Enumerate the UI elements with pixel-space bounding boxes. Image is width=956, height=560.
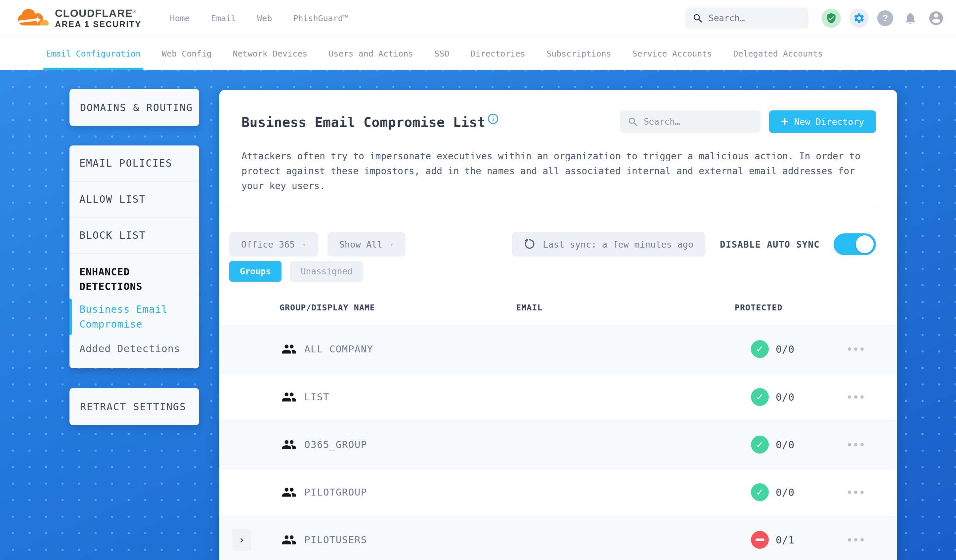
subnav-item-directories[interactable]: Directories <box>470 37 525 70</box>
row-menu-button[interactable] <box>848 443 864 446</box>
table-body: › ALL COMPANY ✓ 0/0 › LIST ✓ 0/0 › O365_… <box>219 325 897 560</box>
directory-search[interactable] <box>620 110 761 133</box>
group-people-icon <box>281 485 297 500</box>
table-row[interactable]: › PILOTUSERS 0/1 <box>219 516 897 560</box>
column-header-group-name: GROUP/DISPLAY NAME <box>280 303 375 312</box>
directory-search-input[interactable] <box>644 117 753 127</box>
subnav-item-sso[interactable]: SSO <box>434 37 449 70</box>
top-nav: Home Email Web PhishGuard™ <box>170 14 348 23</box>
subnav-item-delegated-accounts[interactable]: Delegated Accounts <box>733 37 823 70</box>
top-icons: ? <box>822 9 945 28</box>
view-tabs: Groups Unassigned <box>229 261 876 282</box>
table-row[interactable]: › LIST ✓ 0/0 <box>219 373 897 420</box>
sidebar-label: RETRACT SETTINGS <box>80 401 186 413</box>
search-icon <box>628 117 638 127</box>
content-background: DOMAINS & ROUTING EMAIL POLICIES ALLOW L… <box>0 70 956 560</box>
sidebar-item-enhanced-detections[interactable]: ENHANCED DETECTIONS <box>69 254 179 296</box>
subnav-item-subscriptions[interactable]: Subscriptions <box>546 37 611 70</box>
settings-gear-icon[interactable] <box>849 9 869 28</box>
global-search-input[interactable] <box>709 13 801 23</box>
protected-count: 0/1 <box>776 534 794 546</box>
bec-list-panel: Business Email Compromise Listi + New Di… <box>219 90 897 560</box>
registered-mark: ® <box>133 9 136 14</box>
sidebar-item-retract-settings[interactable]: RETRACT SETTINGS <box>69 388 199 425</box>
group-people-icon <box>281 389 297 405</box>
toggle-knob <box>856 235 874 253</box>
protected-check-icon: ✓ <box>751 436 769 453</box>
protected-count: 0/0 <box>776 391 794 403</box>
config-subnav: Email Configuration Web Config Network D… <box>0 37 956 70</box>
sidebar-item-email-policies[interactable]: EMAIL POLICIES <box>69 146 199 182</box>
table-header: GROUP/DISPLAY NAME EMAIL PROTECTED <box>219 293 897 325</box>
cloudflare-logo[interactable]: CLOUDFLARE® AREA 1 SECURITY <box>17 8 142 29</box>
group-name: PILOTUSERS <box>304 534 367 546</box>
table-row[interactable]: › PILOTGROUP ✓ 0/0 <box>219 468 897 516</box>
sidebar-item-block-list[interactable]: BLOCK LIST <box>69 218 199 254</box>
subnav-item-users-and-actions[interactable]: Users and Actions <box>329 37 413 70</box>
sidebar-item-domains-routing[interactable]: DOMAINS & ROUTING <box>69 89 199 126</box>
logo-title: CLOUDFLARE® <box>55 8 142 19</box>
filter-row: Office 365 ▾ Show All ▾ Last sync: a few… <box>229 232 876 257</box>
protected-check-icon: ✓ <box>751 388 769 406</box>
sidebar-item-added-detections[interactable]: Added Detections <box>69 337 199 365</box>
account-avatar-icon[interactable] <box>928 9 945 27</box>
protected-count: 0/0 <box>776 486 794 498</box>
top-nav-web[interactable]: Web <box>257 14 272 23</box>
refresh-icon <box>524 238 536 250</box>
tab-groups[interactable]: Groups <box>229 261 281 282</box>
chevron-down-icon: ▾ <box>390 240 394 248</box>
unprotected-minus-icon <box>751 531 769 549</box>
group-name: PILOTGROUP <box>304 486 367 498</box>
subnav-item-web-config[interactable]: Web Config <box>162 37 212 70</box>
row-menu-button[interactable] <box>848 395 864 399</box>
show-filter-value: Show All <box>340 239 382 249</box>
tab-unassigned[interactable]: Unassigned <box>290 261 363 282</box>
new-directory-label: New Directory <box>794 117 864 127</box>
row-menu-button[interactable] <box>848 538 864 541</box>
group-people-icon <box>281 342 297 357</box>
sidebar-policies-card: EMAIL POLICIES ALLOW LIST BLOCK LIST ENH… <box>69 146 199 368</box>
section-divider <box>229 207 876 207</box>
subnav-item-email-configuration[interactable]: Email Configuration <box>46 37 141 70</box>
auto-sync-toggle[interactable] <box>833 234 876 255</box>
protected-count: 0/0 <box>776 439 794 450</box>
directory-dropdown-value: Office 365 <box>241 239 295 249</box>
protected-check-icon: ✓ <box>751 483 769 501</box>
top-nav-email[interactable]: Email <box>211 14 236 23</box>
notifications-bell-icon[interactable] <box>902 9 919 27</box>
top-bar: CLOUDFLARE® AREA 1 SECURITY Home Email W… <box>0 0 956 37</box>
cloudflare-cloud-icon <box>17 8 50 29</box>
group-name: LIST <box>304 391 329 403</box>
column-header-protected: PROTECTED <box>735 303 782 312</box>
group-name: ALL COMPANY <box>304 344 373 355</box>
sidebar-label: DOMAINS & ROUTING <box>80 102 193 113</box>
security-shield-icon[interactable] <box>822 9 841 28</box>
expand-button[interactable]: › <box>232 529 252 551</box>
new-directory-button[interactable]: + New Directory <box>769 110 876 133</box>
group-name: O365_GROUP <box>304 439 367 450</box>
table-row[interactable]: › O365_GROUP ✓ 0/0 <box>219 420 897 468</box>
search-icon <box>693 13 703 23</box>
top-nav-phishguard[interactable]: PhishGuard™ <box>293 14 348 23</box>
row-menu-button[interactable] <box>848 347 864 351</box>
subnav-item-service-accounts[interactable]: Service Accounts <box>632 37 712 70</box>
top-nav-home[interactable]: Home <box>170 14 190 23</box>
page-title: Business Email Compromise Listi <box>242 114 498 130</box>
auto-sync-label: DISABLE AUTO SYNC <box>720 239 820 249</box>
sidebar-item-allow-list[interactable]: ALLOW LIST <box>69 182 199 218</box>
chevron-down-icon: ▾ <box>302 240 306 248</box>
column-header-email: EMAIL <box>516 303 542 312</box>
sidebar-item-business-email-compromise[interactable]: Business Email Compromise <box>69 296 182 337</box>
help-icon[interactable]: ? <box>877 10 893 26</box>
logo-subtitle: AREA 1 SECURITY <box>55 19 142 29</box>
plus-icon: + <box>781 115 788 127</box>
row-menu-button[interactable] <box>848 491 864 494</box>
info-icon[interactable]: i <box>488 114 498 124</box>
last-sync-button[interactable]: Last sync: a few minutes ago <box>512 232 705 257</box>
global-search[interactable] <box>686 8 808 29</box>
subnav-item-network-devices[interactable]: Network Devices <box>233 37 308 70</box>
table-row[interactable]: › ALL COMPANY ✓ 0/0 <box>219 325 897 373</box>
group-people-icon <box>281 532 297 547</box>
show-filter-dropdown[interactable]: Show All ▾ <box>327 232 406 257</box>
directory-dropdown[interactable]: Office 365 ▾ <box>229 232 318 257</box>
